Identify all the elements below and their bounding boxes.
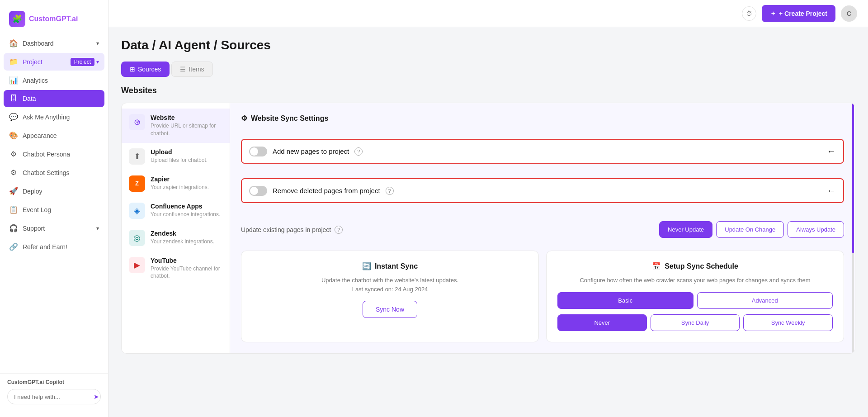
page-tabs: ⊞ Sources ☰ Items [121, 62, 855, 77]
sidebar-item-chatbot-persona[interactable]: ⚙ Chatbot Persona [4, 145, 104, 163]
tab-items[interactable]: ☰ Items [171, 62, 212, 77]
instant-sync-card: 🔄 Instant Sync Update the chatbot with t… [241, 251, 539, 342]
tab-items-label: Items [189, 66, 204, 73]
source-item-confluence[interactable]: ◈ Confluence Apps Your confluence integr… [122, 197, 230, 224]
sync-now-button[interactable]: Sync Now [363, 301, 417, 318]
sidebar-item-data[interactable]: 🗄 Data [4, 90, 104, 107]
tab-sources-label: Sources [138, 66, 161, 73]
appearance-icon: 🎨 [9, 131, 18, 140]
copilot-input[interactable] [14, 393, 90, 400]
source-item-website[interactable]: ⊛ Website Provide URL or sitemap for cha… [122, 109, 230, 143]
page-title: Data / AI Agent / Sources [121, 38, 855, 52]
zendesk-icon: ◎ [129, 230, 145, 246]
upload-icon: ⬆ [129, 148, 145, 165]
remove-pages-label: Remove deleted pages from project [273, 187, 380, 194]
source-name: Website [151, 114, 222, 121]
items-tab-icon: ☰ [180, 66, 186, 73]
logo-text: CustomGPT.ai [29, 15, 78, 23]
project-icon: 📁 [9, 57, 18, 66]
scrollbar-thumb[interactable] [852, 103, 854, 253]
sidebar-item-label: Analytics [23, 77, 48, 84]
freq-btn-never[interactable]: Never [557, 314, 647, 331]
logo-icon: 🧩 [9, 11, 25, 27]
schedule-tab-basic[interactable]: Basic [557, 292, 693, 309]
project-badge: Project [71, 58, 94, 66]
sync-settings-header: ⚙ Website Sync Settings [241, 114, 844, 123]
add-pages-toggle[interactable] [249, 147, 267, 156]
create-project-button[interactable]: ＋ + Create Project [762, 5, 835, 22]
copilot-input-wrapper[interactable]: ➤ [7, 389, 101, 404]
sidebar-item-support[interactable]: 🎧 Support ▾ [4, 219, 104, 237]
update-existing-buttons: Never Update Update On Change Always Upd… [659, 221, 844, 238]
copilot-title: CustomGPT.ai Copilot [7, 379, 101, 385]
always-update-button[interactable]: Always Update [788, 221, 844, 238]
home-icon: 🏠 [9, 39, 18, 47]
youtube-icon: ▶ [129, 257, 145, 273]
remove-pages-help-icon[interactable]: ? [386, 187, 394, 195]
send-icon[interactable]: ➤ [94, 393, 99, 400]
create-project-label: + Create Project [779, 10, 827, 17]
source-name: YouTube [151, 257, 222, 264]
sidebar-item-label: Event Log [23, 206, 51, 213]
sidebar-item-appearance[interactable]: 🎨 Appearance [4, 127, 104, 144]
arrow-indicator-2: ← [827, 185, 836, 196]
sidebar-item-dashboard[interactable]: 🏠 Dashboard ▾ [4, 34, 104, 52]
sidebar-item-chatbot-settings[interactable]: ⚙ Chatbot Settings [4, 164, 104, 181]
source-desc: Upload files for chatbot. [151, 156, 222, 164]
avatar: C [841, 5, 857, 22]
instant-sync-desc: Update the chatbot with the website's la… [252, 276, 528, 294]
sidebar-item-project[interactable]: 📁 Project Project ▾ [4, 53, 104, 71]
sidebar-item-label: Project [23, 58, 42, 66]
sidebar-item-label: Refer and Earn! [23, 243, 67, 251]
scrollbar-track [852, 103, 854, 353]
add-pages-label: Add new pages to project [273, 147, 349, 155]
settings-icon: ⚙ [9, 168, 18, 177]
sidebar-item-ask[interactable]: 💬 Ask Me Anything [4, 108, 104, 126]
deploy-icon: 🚀 [9, 187, 18, 195]
bottom-cards: 🔄 Instant Sync Update the chatbot with t… [241, 251, 844, 342]
source-item-youtube[interactable]: ▶ YouTube Provide YouTube channel for ch… [122, 251, 230, 286]
sidebar-item-label: Chatbot Settings [23, 169, 70, 176]
sidebar-item-label: Chatbot Persona [23, 151, 70, 158]
instant-sync-title: Instant Sync [375, 262, 418, 270]
frequency-buttons: Never Sync Daily Sync Weekly [557, 314, 833, 331]
chevron-down-icon: ▾ [96, 40, 99, 47]
sidebar-item-analytics[interactable]: 📊 Analytics [4, 71, 104, 89]
schedule-tabs: Basic Advanced [557, 292, 833, 309]
never-update-button[interactable]: Never Update [659, 221, 712, 238]
chevron-down-icon: ▾ [96, 59, 99, 65]
sidebar-item-label: Support [23, 225, 45, 232]
remove-pages-toggle[interactable] [249, 186, 267, 196]
source-desc: Your zendesk integrations. [151, 238, 222, 246]
content-area: Data / AI Agent / Sources ⊞ Sources ☰ It… [108, 27, 868, 417]
copilot-section: CustomGPT.ai Copilot ➤ [0, 373, 108, 410]
sidebar-item-event-log[interactable]: 📋 Event Log [4, 201, 104, 218]
main-area: ⏱ ＋ + Create Project C Data / AI Agent /… [108, 0, 868, 417]
sidebar-item-label: Deploy [23, 188, 42, 195]
source-desc: Provide URL or sitemap for chatbot. [151, 122, 222, 137]
refer-icon: 🔗 [9, 242, 18, 251]
setup-sync-desc: Configure how often the web crawler scan… [557, 276, 833, 285]
log-icon: 📋 [9, 205, 18, 214]
history-icon[interactable]: ⏱ [742, 6, 756, 21]
add-pages-help-icon[interactable]: ? [354, 147, 363, 156]
update-existing-label: Update existing pages in project ? [241, 226, 343, 234]
source-item-zapier[interactable]: Z Zapier Your zapier integrations. [122, 170, 230, 197]
analytics-icon: 📊 [9, 76, 18, 85]
source-name: Zendesk [151, 230, 222, 237]
update-on-change-button[interactable]: Update On Change [716, 221, 784, 238]
tab-sources[interactable]: ⊞ Sources [121, 62, 170, 77]
sidebar-item-refer[interactable]: 🔗 Refer and Earn! [4, 238, 104, 256]
source-name: Upload [151, 148, 222, 156]
sidebar: 🧩 CustomGPT.ai 🏠 Dashboard ▾ 📁 Project P… [0, 0, 108, 417]
freq-btn-sync-weekly[interactable]: Sync Weekly [743, 314, 833, 331]
source-desc: Your confluence integrations. [151, 211, 222, 218]
source-item-upload[interactable]: ⬆ Upload Upload files for chatbot. [122, 143, 230, 170]
source-item-zendesk[interactable]: ◎ Zendesk Your zendesk integrations. [122, 224, 230, 251]
zapier-icon: Z [129, 175, 145, 192]
chevron-down-icon: ▾ [96, 225, 99, 232]
schedule-tab-advanced[interactable]: Advanced [697, 292, 833, 309]
update-existing-help-icon[interactable]: ? [335, 226, 343, 234]
sidebar-item-deploy[interactable]: 🚀 Deploy [4, 182, 104, 200]
freq-btn-sync-daily[interactable]: Sync Daily [651, 314, 740, 331]
